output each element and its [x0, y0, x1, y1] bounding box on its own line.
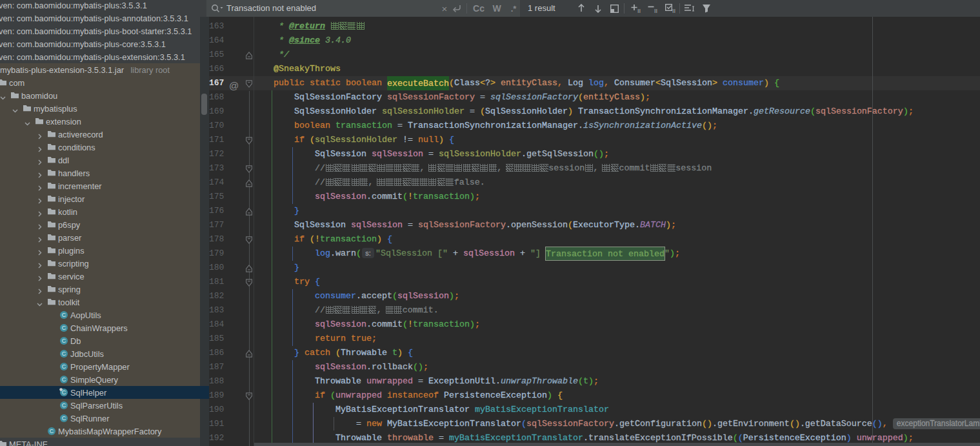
svg-text:II: II [672, 8, 675, 14]
svg-text:C: C [62, 363, 66, 370]
svg-text:C: C [62, 338, 66, 344]
svg-text:II: II [637, 8, 641, 14]
svg-text:II: II [654, 8, 657, 14]
svg-text:C: C [50, 428, 54, 434]
svg-text:C: C [62, 312, 66, 318]
svg-text:C: C [62, 325, 66, 331]
svg-text:C: C [62, 415, 66, 421]
svg-text:C: C [62, 350, 66, 357]
svg-text:C: C [62, 389, 66, 396]
svg-text:C: C [62, 376, 66, 383]
svg-text:C: C [62, 402, 66, 409]
